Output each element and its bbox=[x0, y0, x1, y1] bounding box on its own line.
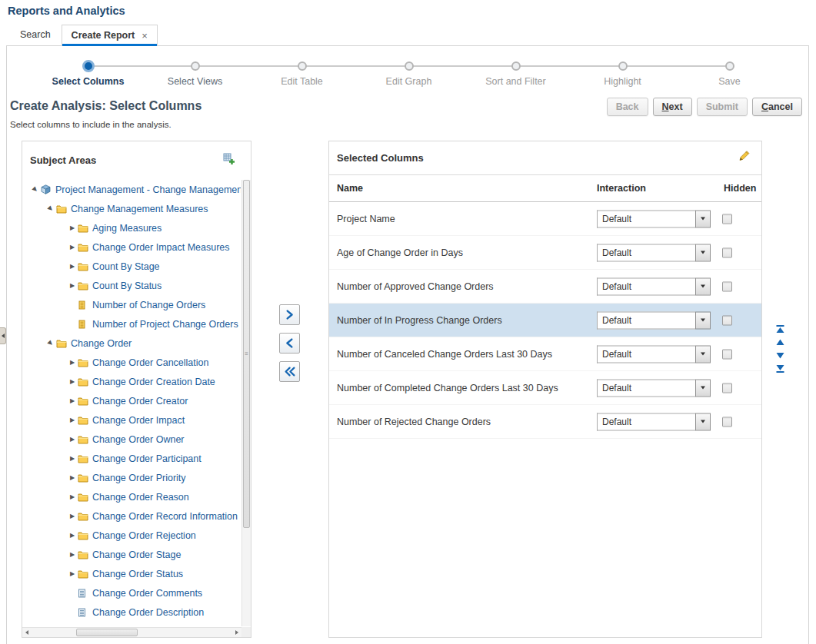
tree-item[interactable]: ▶Change Order Creation Date bbox=[23, 372, 241, 391]
train-step-sort-and-filter[interactable]: Sort and Filter bbox=[462, 57, 569, 91]
dropdown-arrow-icon[interactable] bbox=[695, 210, 711, 227]
tree-item[interactable]: ▶Change Order Record Information bbox=[23, 506, 241, 526]
submit-button[interactable]: Submit bbox=[697, 98, 748, 116]
selected-column-row[interactable]: Project NameDefault bbox=[329, 202, 761, 236]
hidden-checkbox[interactable] bbox=[722, 281, 732, 291]
move-to-bottom-button[interactable] bbox=[774, 363, 786, 374]
disclosure-triangle-icon[interactable]: ▶ bbox=[68, 436, 77, 443]
hidden-checkbox[interactable] bbox=[722, 315, 732, 325]
tab-create-report[interactable]: Create Report × bbox=[62, 25, 158, 46]
interaction-select[interactable]: Default bbox=[597, 244, 711, 261]
cancel-button[interactable]: Cancel bbox=[752, 98, 802, 116]
interaction-select[interactable]: Default bbox=[597, 210, 711, 227]
interaction-select[interactable]: Default bbox=[597, 413, 711, 430]
selected-column-row[interactable]: Number of Completed Change Orders Last 3… bbox=[329, 371, 761, 405]
tree-item[interactable]: ▶Change Order Impact bbox=[23, 410, 241, 430]
tree-item[interactable]: ▶Change Order Rejection bbox=[23, 526, 241, 545]
tree-item[interactable]: ▶Aging Measures bbox=[23, 218, 241, 237]
tree-item[interactable]: ▶Change Order Status bbox=[23, 564, 241, 583]
hidden-checkbox[interactable] bbox=[722, 417, 732, 427]
close-tab-icon[interactable]: × bbox=[142, 31, 148, 41]
dropdown-arrow-icon[interactable] bbox=[695, 311, 711, 329]
train-step-edit-table[interactable]: Edit Table bbox=[248, 57, 355, 91]
dropdown-arrow-icon[interactable] bbox=[695, 413, 711, 430]
disclosure-triangle-icon[interactable]: ▶ bbox=[68, 455, 77, 462]
tree-item[interactable]: ▶Change Order Priority bbox=[23, 468, 241, 487]
tree-item[interactable]: ▶Change Order Creator bbox=[23, 391, 241, 410]
scroll-left-icon[interactable] bbox=[22, 628, 32, 637]
disclosure-triangle-icon[interactable]: ▶ bbox=[45, 203, 57, 214]
panel-collapse-arrow[interactable] bbox=[0, 327, 6, 344]
dropdown-arrow-icon[interactable] bbox=[695, 277, 711, 295]
disclosure-triangle-icon[interactable]: ▶ bbox=[68, 282, 77, 289]
tab-search[interactable]: Search bbox=[9, 25, 62, 46]
hidden-checkbox[interactable] bbox=[722, 247, 732, 257]
tree-item[interactable]: ▶Count By Stage bbox=[23, 257, 241, 276]
disclosure-triangle-icon[interactable]: ▶ bbox=[68, 263, 77, 270]
disclosure-triangle-icon[interactable]: ▶ bbox=[68, 551, 77, 558]
hidden-checkbox[interactable] bbox=[722, 383, 732, 393]
train-step-select-columns[interactable]: Select Columns bbox=[35, 57, 142, 91]
interaction-select[interactable]: Default bbox=[597, 277, 711, 295]
selected-column-row[interactable]: Number of Approved Change OrdersDefault bbox=[329, 270, 761, 304]
dropdown-arrow-icon[interactable] bbox=[695, 379, 711, 397]
next-button[interactable]: Next bbox=[653, 98, 692, 116]
tree-item[interactable]: ▶Count By Status bbox=[23, 276, 241, 295]
disclosure-triangle-icon[interactable]: ▶ bbox=[30, 184, 42, 195]
tree-item[interactable]: ▶Change Order Impact Measures bbox=[23, 237, 241, 257]
disclosure-triangle-icon[interactable]: ▶ bbox=[68, 513, 77, 520]
disclosure-triangle-icon[interactable]: ▶ bbox=[68, 359, 77, 366]
scroll-right-icon[interactable] bbox=[232, 628, 241, 637]
tree-item[interactable]: ▶Change Order bbox=[23, 334, 241, 353]
disclosure-triangle-icon[interactable]: ▶ bbox=[68, 378, 77, 385]
selected-column-row[interactable]: Number of Canceled Change Orders Last 30… bbox=[329, 337, 761, 371]
disclosure-triangle-icon[interactable]: ▶ bbox=[68, 244, 77, 251]
tree-item[interactable]: Number of Change Orders bbox=[23, 295, 241, 314]
browse-subject-areas-icon[interactable] bbox=[223, 153, 235, 168]
train-step-edit-graph[interactable]: Edit Graph bbox=[355, 57, 462, 91]
dropdown-arrow-icon[interactable] bbox=[695, 345, 711, 363]
dropdown-arrow-icon[interactable] bbox=[695, 244, 711, 261]
train-step-highlight[interactable]: Highlight bbox=[569, 57, 676, 91]
disclosure-triangle-icon[interactable]: ▶ bbox=[68, 532, 77, 539]
tree-item[interactable]: Change Order Description bbox=[23, 603, 241, 622]
tree-item[interactable]: ▶Change Order Stage bbox=[23, 545, 241, 564]
tree-item[interactable]: ▶Change Management Measures bbox=[23, 199, 241, 218]
vertical-scrollbar[interactable] bbox=[241, 180, 251, 626]
train-step-select-views[interactable]: Select Views bbox=[142, 57, 248, 91]
tree-item[interactable]: ▶Change Order Reason bbox=[23, 487, 241, 506]
back-button[interactable]: Back bbox=[607, 98, 648, 116]
move-up-button[interactable] bbox=[774, 337, 786, 348]
remove-selected-button[interactable] bbox=[279, 333, 300, 354]
move-to-top-button[interactable] bbox=[774, 324, 786, 335]
selected-column-row[interactable]: Age of Change Order in DaysDefault bbox=[329, 236, 761, 270]
train-step-save[interactable]: Save bbox=[676, 57, 783, 91]
disclosure-triangle-icon[interactable]: ▶ bbox=[68, 570, 77, 577]
tree-item[interactable]: Change Order Justification bbox=[23, 622, 241, 626]
scrollbar-thumb[interactable] bbox=[243, 180, 250, 528]
hidden-checkbox[interactable] bbox=[722, 214, 732, 224]
scrollbar-thumb[interactable] bbox=[76, 629, 138, 636]
disclosure-triangle-icon[interactable]: ▶ bbox=[45, 337, 57, 349]
interaction-select[interactable]: Default bbox=[597, 379, 711, 397]
tree-item[interactable]: ▶Change Order Owner bbox=[23, 430, 241, 449]
disclosure-triangle-icon[interactable]: ▶ bbox=[68, 474, 77, 481]
remove-all-button[interactable] bbox=[279, 361, 300, 382]
move-selected-button[interactable] bbox=[279, 304, 300, 325]
move-down-button[interactable] bbox=[774, 350, 786, 361]
selected-column-row[interactable]: Number of Rejected Change OrdersDefault bbox=[329, 405, 761, 439]
horizontal-scrollbar[interactable] bbox=[22, 627, 241, 637]
disclosure-triangle-icon[interactable]: ▶ bbox=[68, 493, 77, 500]
tree-item[interactable]: Change Order Comments bbox=[23, 583, 241, 603]
disclosure-triangle-icon[interactable]: ▶ bbox=[68, 417, 77, 423]
disclosure-triangle-icon[interactable]: ▶ bbox=[68, 224, 77, 231]
tree-item[interactable]: Number of Project Change Orders bbox=[23, 314, 241, 334]
interaction-select[interactable]: Default bbox=[597, 345, 711, 363]
disclosure-triangle-icon[interactable]: ▶ bbox=[68, 397, 77, 404]
tree-item[interactable]: ▶Project Management - Change Management bbox=[23, 180, 241, 199]
tree-item[interactable]: ▶Change Order Cancellation bbox=[23, 353, 241, 372]
edit-columns-icon[interactable] bbox=[738, 149, 751, 165]
interaction-select[interactable]: Default bbox=[597, 311, 711, 329]
hidden-checkbox[interactable] bbox=[722, 349, 732, 359]
tree-item[interactable]: ▶Change Order Participant bbox=[23, 449, 241, 468]
